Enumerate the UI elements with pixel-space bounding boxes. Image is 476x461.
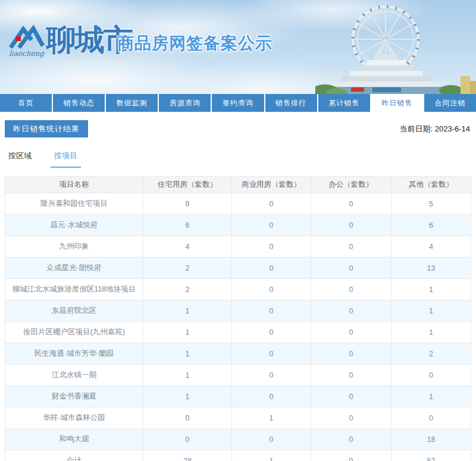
count-cell: 0	[232, 300, 311, 322]
project-name-cell: 聊城江北水城旅游度假区118地块项目	[5, 279, 143, 300]
site-subtitle: 商品房网签备案公示	[117, 32, 273, 55]
logo-m-icon: liaocheng	[8, 21, 46, 58]
nav-tab[interactable]: 销售动态	[53, 94, 105, 112]
project-name-cell: 东昌府院北区	[5, 300, 143, 322]
table-row: 华祥·城市森林公园0100	[5, 407, 471, 429]
count-cell: 6	[143, 215, 232, 236]
nav-tab[interactable]: 合同注销	[424, 94, 476, 112]
table-row: 合计281052	[5, 450, 471, 461]
count-cell: 0	[311, 386, 391, 407]
table-row: 九州印象4004	[5, 236, 471, 258]
count-cell: 1	[143, 343, 232, 365]
count-cell: 5	[392, 193, 471, 215]
logo-script-text: liaocheng	[9, 49, 45, 58]
count-cell: 0	[232, 322, 311, 343]
table-row: 东昌府院北区1001	[5, 300, 471, 322]
count-cell: 0	[232, 365, 311, 386]
table-header-row: 项目名称住宅用房（套数）商业用房（套数）办公（套数）其他（套数）	[5, 177, 471, 193]
nav-tab[interactable]: 签约查询	[212, 94, 264, 112]
column-header: 办公（套数）	[311, 177, 391, 193]
count-cell: 0	[311, 407, 391, 429]
project-name-cell: 江北水镇一期	[5, 365, 143, 386]
subtab[interactable]: 按项目	[51, 150, 81, 168]
current-date-label: 当前日期: 2023-6-14	[400, 124, 472, 134]
count-cell: 0	[232, 279, 311, 300]
count-cell: 6	[392, 215, 471, 236]
table-row: 财金书香澜庭1001	[5, 386, 471, 407]
table-row: 隆兴泰和园住宅项目9005	[5, 193, 471, 215]
column-header: 其他（套数）	[392, 177, 471, 193]
nav-tab[interactable]: 昨日销售	[371, 94, 423, 112]
nav-tab[interactable]: 数据监测	[106, 94, 158, 112]
count-cell: 0	[311, 193, 391, 215]
count-cell: 0	[311, 258, 391, 279]
nav-tab[interactable]: 累计销售	[318, 94, 370, 112]
count-cell: 0	[311, 215, 391, 236]
count-cell: 0	[311, 343, 391, 365]
count-cell: 0	[392, 365, 471, 386]
project-name-cell: 财金书香澜庭	[5, 386, 143, 407]
table-row: 江北水镇一期1000	[5, 365, 471, 386]
count-cell: 1	[232, 450, 311, 461]
column-header: 住宅用房（套数）	[143, 177, 232, 193]
count-cell: 0	[311, 429, 391, 450]
count-cell: 0	[392, 407, 471, 429]
table-row: 昌元·水城悦府6006	[5, 215, 471, 236]
main-content: 昨日销售统计结果 当前日期: 2023-6-14 按区域按项目 项目名称住宅用房…	[0, 112, 476, 461]
count-cell: 0	[232, 193, 311, 215]
count-cell: 2	[143, 279, 232, 300]
count-cell: 52	[392, 450, 471, 461]
count-cell: 1	[143, 386, 232, 407]
count-cell: 0	[311, 322, 391, 343]
sales-table: 项目名称住宅用房（套数）商业用房（套数）办公（套数）其他（套数） 隆兴泰和园住宅…	[5, 176, 471, 461]
count-cell: 0	[311, 279, 391, 300]
project-name-cell: 合计	[5, 450, 143, 461]
count-cell: 1	[392, 279, 471, 300]
count-cell: 0	[311, 365, 391, 386]
nav-tab[interactable]: 销售排行	[265, 94, 317, 112]
header-banner: liaocheng 聊城市 商品房网签备案公示	[0, 0, 476, 94]
table-body: 隆兴泰和园住宅项目9005昌元·水城悦府6006九州印象4004众成星光·朗悦府…	[5, 193, 471, 461]
count-cell: 0	[143, 407, 232, 429]
count-cell: 2	[392, 343, 471, 365]
column-header: 商业用房（套数）	[232, 177, 311, 193]
count-cell: 4	[143, 236, 232, 258]
count-cell: 1	[392, 322, 471, 343]
count-cell: 0	[311, 300, 391, 322]
table-row: 民生海通·城市芳华·蘭园1002	[5, 343, 471, 365]
count-cell: 28	[143, 450, 232, 461]
project-name-cell: 隆兴泰和园住宅项目	[5, 193, 143, 215]
subtab[interactable]: 按区域	[5, 150, 35, 168]
project-name-cell: 和鸣大观	[5, 429, 143, 450]
table-row: 徐田片区棚户区项目(九州嘉苑)1001	[5, 322, 471, 343]
nav-tab[interactable]: 首页	[0, 94, 52, 112]
project-name-cell: 九州印象	[5, 236, 143, 258]
count-cell: 0	[311, 236, 391, 258]
project-name-cell: 昌元·水城悦府	[5, 215, 143, 236]
page-title-badge: 昨日销售统计结果	[5, 120, 88, 137]
table-row: 和鸣大观00018	[5, 429, 471, 450]
count-cell: 0	[311, 450, 391, 461]
count-cell: 0	[232, 343, 311, 365]
subtabs: 按区域按项目	[5, 150, 471, 168]
project-name-cell: 民生海通·城市芳华·蘭园	[5, 343, 143, 365]
count-cell: 0	[232, 215, 311, 236]
count-cell: 13	[392, 258, 471, 279]
count-cell: 0	[232, 258, 311, 279]
count-cell: 4	[392, 236, 471, 258]
ferris-wheel-illustration	[315, 0, 476, 94]
count-cell: 1	[392, 386, 471, 407]
count-cell: 0	[143, 429, 232, 450]
count-cell: 0	[232, 386, 311, 407]
count-cell: 0	[232, 236, 311, 258]
project-name-cell: 华祥·城市森林公园	[5, 407, 143, 429]
project-name-cell: 徐田片区棚户区项目(九州嘉苑)	[5, 322, 143, 343]
nav-tab[interactable]: 房源查询	[159, 94, 211, 112]
table-row: 聊城江北水城旅游度假区118地块项目2001	[5, 279, 471, 300]
count-cell: 0	[232, 429, 311, 450]
count-cell: 1	[143, 300, 232, 322]
count-cell: 1	[143, 322, 232, 343]
count-cell: 18	[392, 429, 471, 450]
project-name-cell: 众成星光·朗悦府	[5, 258, 143, 279]
column-header: 项目名称	[5, 177, 143, 193]
